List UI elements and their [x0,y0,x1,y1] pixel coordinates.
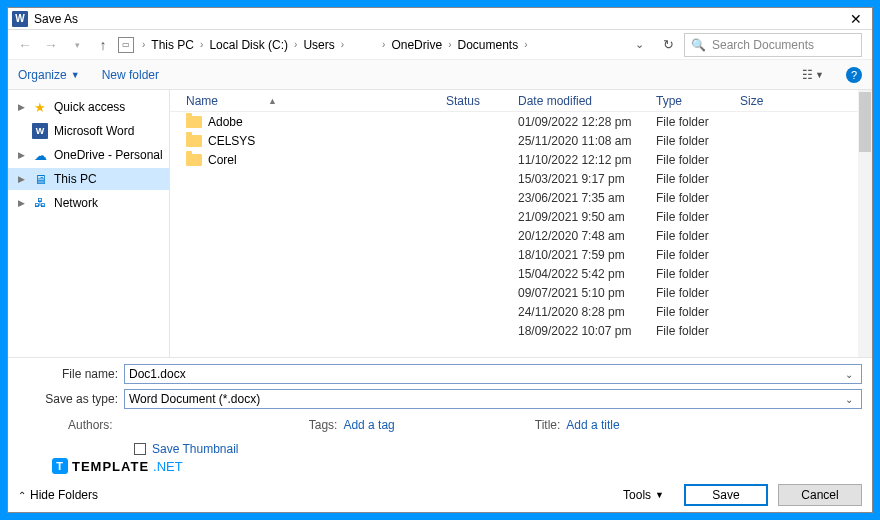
authors-label: Authors: [68,418,113,432]
bottom-panel: File name: Doc1.docx ⌄ Save as type: Wor… [8,358,872,478]
forward-icon[interactable]: → [40,34,62,56]
file-name: CELSYS [208,134,255,148]
expand-icon[interactable]: ▶ [16,102,26,112]
recent-dropdown-icon[interactable]: ▾ [66,34,88,56]
date-modified: 23/06/2021 7:35 am [518,191,656,205]
date-modified: 01/09/2022 12:28 pm [518,115,656,129]
col-size[interactable]: Size [740,94,800,108]
search-input[interactable]: 🔍 Search Documents [684,33,862,57]
crumb[interactable]: Users [301,36,336,54]
close-icon[interactable]: ✕ [844,11,868,27]
chevron-right-icon: › [200,39,203,50]
file-type: File folder [656,210,740,224]
window-title: Save As [34,12,844,26]
sidebar-item-label: OneDrive - Personal [54,148,163,162]
crumb[interactable]: Documents [455,36,520,54]
breadcrumb[interactable]: › This PC › Local Disk (C:) › Users › › … [138,33,623,57]
new-folder-button[interactable]: New folder [102,68,159,82]
file-type: File folder [656,172,740,186]
chevron-right-icon: › [448,39,451,50]
crumb[interactable]: Local Disk (C:) [207,36,290,54]
date-modified: 21/09/2021 9:50 am [518,210,656,224]
sidebar-item-microsoft-word[interactable]: WMicrosoft Word [8,120,169,142]
chevron-down-icon[interactable]: ⌄ [841,369,857,380]
crumb[interactable]: This PC [149,36,196,54]
table-row[interactable]: 18/09/2022 10:07 pmFile folder [170,321,872,340]
pc-icon: 🖥 [32,171,48,187]
expand-icon[interactable]: ▶ [16,198,26,208]
file-type: File folder [656,286,740,300]
scroll-thumb[interactable] [859,92,871,152]
title-value[interactable]: Add a title [566,418,619,432]
sidebar-item-this-pc[interactable]: ▶🖥This PC [8,168,169,190]
chevron-up-icon: ⌃ [18,490,26,501]
date-modified: 24/11/2020 8:28 pm [518,305,656,319]
help-icon[interactable]: ? [846,67,862,83]
table-row[interactable]: 18/10/2021 7:59 pmFile folder [170,245,872,264]
save-type-label: Save as type: [18,392,124,406]
file-pane: Name▲ Status Date modified Type Size Ado… [170,90,872,357]
date-modified: 15/03/2021 9:17 pm [518,172,656,186]
chevron-right-icon: › [524,39,527,50]
save-button[interactable]: Save [684,484,768,506]
save-thumbnail-label: Save Thumbnail [152,442,239,456]
file-rows: Adobe01/09/2022 12:28 pmFile folderCELSY… [170,112,872,340]
chevron-right-icon: › [142,39,145,50]
view-options-icon[interactable]: ☷ ▼ [802,68,824,82]
table-row[interactable]: CELSYS25/11/2020 11:08 amFile folder [170,131,872,150]
tools-menu[interactable]: Tools ▼ [623,488,664,502]
chevron-down-icon: ▼ [71,70,80,80]
address-dropdown-icon[interactable]: ⌄ [627,38,652,51]
refresh-icon[interactable]: ↻ [656,37,680,52]
file-type: File folder [656,305,740,319]
cancel-button[interactable]: Cancel [778,484,862,506]
template-net-logo: T TEMPLATE.NET [18,458,862,474]
crumb[interactable] [348,43,378,47]
chevron-down-icon[interactable]: ⌄ [841,394,857,405]
table-row[interactable]: 15/04/2022 5:42 pmFile folder [170,264,872,283]
toolbar: Organize ▼ New folder ☷ ▼ ? [8,60,872,90]
table-row[interactable]: 24/11/2020 8:28 pmFile folder [170,302,872,321]
date-modified: 25/11/2020 11:08 am [518,134,656,148]
folder-icon [186,135,202,147]
sidebar-item-network[interactable]: ▶🖧Network [8,192,169,214]
sidebar-item-quick-access[interactable]: ▶★Quick access [8,96,169,118]
expand-icon[interactable]: ▶ [16,174,26,184]
file-type: File folder [656,191,740,205]
net-icon: 🖧 [32,195,48,211]
sidebar-item-onedrive-personal[interactable]: ▶☁OneDrive - Personal [8,144,169,166]
back-icon[interactable]: ← [14,34,36,56]
file-name: Corel [208,153,237,167]
date-modified: 18/09/2022 10:07 pm [518,324,656,338]
table-row[interactable]: 09/07/2021 5:10 pmFile folder [170,283,872,302]
col-name[interactable]: Name [186,94,218,108]
metadata-row: Authors: Tags:Add a tag Title:Add a titl… [18,414,862,436]
table-row[interactable]: Corel11/10/2022 12:12 pmFile folder [170,150,872,169]
file-name-input[interactable]: Doc1.docx ⌄ [124,364,862,384]
save-as-dialog: W Save As ✕ ← → ▾ ↑ ▭ › This PC › Local … [7,7,873,513]
tags-value[interactable]: Add a tag [343,418,394,432]
col-status[interactable]: Status [446,94,518,108]
table-row[interactable]: 23/06/2021 7:35 amFile folder [170,188,872,207]
date-modified: 09/07/2021 5:10 pm [518,286,656,300]
table-row[interactable]: 20/12/2020 7:48 amFile folder [170,226,872,245]
word-icon: W [32,123,48,139]
col-type[interactable]: Type [656,94,740,108]
save-thumbnail-checkbox[interactable] [134,443,146,455]
table-row[interactable]: Adobe01/09/2022 12:28 pmFile folder [170,112,872,131]
column-headers[interactable]: Name▲ Status Date modified Type Size [170,90,872,112]
file-type: File folder [656,324,740,338]
hide-folders-toggle[interactable]: ⌃ Hide Folders [18,488,613,502]
up-icon[interactable]: ↑ [92,34,114,56]
col-date[interactable]: Date modified [518,94,656,108]
expand-icon[interactable]: ▶ [16,150,26,160]
title-label: Title: [535,418,561,432]
location-icon[interactable]: ▭ [118,37,134,53]
table-row[interactable]: 15/03/2021 9:17 pmFile folder [170,169,872,188]
scrollbar[interactable] [858,90,872,357]
save-type-select[interactable]: Word Document (*.docx) ⌄ [124,389,862,409]
crumb[interactable]: OneDrive [389,36,444,54]
search-placeholder: Search Documents [712,38,814,52]
organize-menu[interactable]: Organize ▼ [18,68,80,82]
table-row[interactable]: 21/09/2021 9:50 amFile folder [170,207,872,226]
